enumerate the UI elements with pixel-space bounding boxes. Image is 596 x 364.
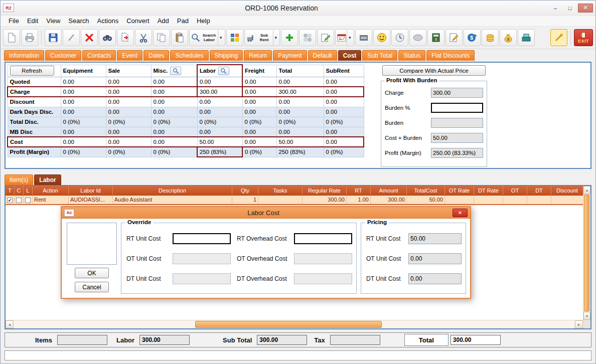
horizontal-scrollbar[interactable]: ◂ ▸ — [6, 320, 583, 328]
tab-customer[interactable]: Customer — [45, 50, 81, 61]
menu-file[interactable]: File — [5, 16, 23, 26]
menu-pad[interactable]: Pad — [173, 16, 193, 26]
label-print-button[interactable] — [355, 29, 372, 46]
clock-icon — [394, 32, 405, 43]
tab-labor[interactable]: Labor — [34, 174, 61, 185]
convert-button[interactable] — [117, 29, 134, 46]
cut-button[interactable] — [135, 29, 152, 46]
cell: 0.00 — [197, 97, 242, 107]
ok-button[interactable]: OK — [75, 268, 109, 278]
financials-button[interactable]: $ — [427, 29, 444, 46]
menu-convert[interactable]: Convert — [122, 16, 154, 26]
menu-view[interactable]: View — [42, 16, 64, 26]
save-button[interactable] — [45, 29, 62, 46]
currency-button[interactable]: $ — [464, 29, 481, 46]
cell: 0 (0%) — [324, 147, 364, 157]
l-checkbox[interactable] — [25, 198, 31, 203]
scroll-down-icon[interactable]: ▾ — [583, 312, 590, 320]
horizontal-scroll-thumb[interactable] — [195, 321, 382, 328]
menu-help[interactable]: Help — [193, 16, 214, 26]
tab-items[interactable]: Item(s) — [5, 174, 33, 185]
tab-information[interactable]: Information — [4, 50, 44, 61]
group-button[interactable] — [299, 29, 316, 46]
calendar-button[interactable]: ▾ — [335, 29, 354, 46]
tab-cost[interactable]: Cost — [338, 50, 362, 61]
add-button[interactable] — [281, 29, 298, 46]
tab-flat-discounts[interactable]: Flat Discounts — [426, 50, 475, 61]
tab-schedules[interactable]: Schedules — [170, 50, 208, 61]
tab-return[interactable]: Return — [244, 50, 272, 61]
scroll-left-icon[interactable]: ◂ — [6, 320, 14, 328]
coins-button[interactable] — [482, 29, 499, 46]
magic-wand-button[interactable] — [550, 29, 567, 46]
compare-with-actual-price-button[interactable]: Compare With Actual Price — [382, 65, 486, 76]
cancel-button[interactable]: Cancel — [75, 282, 109, 292]
tab-contacts[interactable]: Contacts — [82, 50, 116, 61]
cell-t: ✔ — [6, 195, 15, 205]
cell: 0.00 — [106, 127, 151, 137]
rt-unit-cost-input[interactable] — [173, 233, 231, 244]
rt-overhead-cost-input[interactable] — [294, 233, 352, 244]
col-totalcost: TotalCost — [407, 186, 445, 195]
chart-button[interactable] — [226, 29, 243, 46]
tab-default[interactable]: Default — [308, 50, 337, 61]
register-button[interactable] — [518, 29, 535, 46]
dialog-close-button[interactable]: ✕ — [453, 209, 468, 217]
tab-payment[interactable]: Payment — [273, 50, 307, 61]
paste-button[interactable] — [171, 29, 188, 46]
history-button[interactable] — [391, 29, 408, 46]
new-document-button[interactable] — [3, 29, 20, 46]
labor-item-row[interactable]: ✔ Rent AUDIOASSI... Audio Assistant 1 30… — [6, 195, 583, 205]
print-button[interactable] — [21, 29, 38, 46]
tab-status[interactable]: Status — [398, 50, 425, 61]
burden-label: Burden — [385, 120, 431, 126]
menu-edit[interactable]: Edit — [23, 16, 42, 26]
svg-text:$: $ — [470, 35, 473, 41]
delete-button[interactable] — [81, 29, 98, 46]
feedback-button[interactable] — [373, 29, 390, 46]
tab-event[interactable]: Event — [117, 50, 142, 61]
cell: 0.00 — [324, 97, 364, 107]
notes-button[interactable] — [317, 29, 334, 46]
blank-button[interactable] — [409, 29, 426, 46]
vertical-scroll-thumb[interactable] — [584, 195, 589, 311]
burden-field: Burden — [381, 115, 487, 130]
scroll-up-icon[interactable]: ▴ — [583, 186, 590, 194]
burden-pct-input[interactable] — [431, 103, 483, 113]
new-document-icon — [6, 32, 17, 43]
close-button[interactable]: ✕ — [578, 4, 593, 13]
strike-button[interactable] — [63, 29, 80, 46]
cell: 0.00 — [242, 107, 276, 117]
maximize-button[interactable]: □ — [563, 4, 576, 13]
col-labor-label: Labor — [200, 67, 216, 73]
tab-sub-total[interactable]: Sub Total — [362, 50, 397, 61]
cell-tasks — [258, 195, 303, 205]
misc-search-icon[interactable] — [170, 67, 181, 75]
sub-rent-dropdown-icon[interactable]: ▾ — [273, 30, 279, 46]
search-labor-dropdown-icon[interactable]: ▾ — [218, 30, 224, 46]
labor-list-box[interactable] — [67, 223, 117, 265]
edit-notes-button[interactable] — [445, 29, 463, 46]
c-checkbox[interactable] — [16, 198, 22, 203]
scroll-right-icon[interactable]: ▸ — [575, 320, 583, 328]
refresh-cell: Refresh — [8, 65, 61, 77]
vertical-scrollbar[interactable]: ▴ ▾ — [583, 186, 590, 320]
tab-dates[interactable]: Dates — [143, 50, 169, 61]
refresh-button[interactable]: Refresh — [10, 66, 54, 76]
t-checkbox[interactable]: ✔ — [7, 198, 13, 203]
menu-add[interactable]: Add — [154, 16, 173, 26]
calendar-dropdown-icon[interactable]: ▾ — [347, 30, 353, 46]
magnifier-icon — [191, 33, 201, 43]
find-button[interactable] — [99, 29, 116, 46]
cell: 0.00 — [276, 107, 324, 117]
tab-shipping[interactable]: Shipping — [210, 50, 243, 61]
menu-actions[interactable]: Actions — [93, 16, 123, 26]
exit-button[interactable]: EXIT — [574, 29, 593, 46]
search-labor-button[interactable]: Search Labor▾ — [189, 29, 225, 46]
money-bag-button[interactable]: $ — [500, 29, 517, 46]
sub-rent-button[interactable]: Sub Rent▾ — [244, 29, 280, 46]
menu-search[interactable]: Search — [64, 16, 93, 26]
minimize-button[interactable]: – — [549, 4, 562, 13]
copy-button[interactable] — [153, 29, 170, 46]
labor-search-icon[interactable] — [218, 67, 229, 75]
